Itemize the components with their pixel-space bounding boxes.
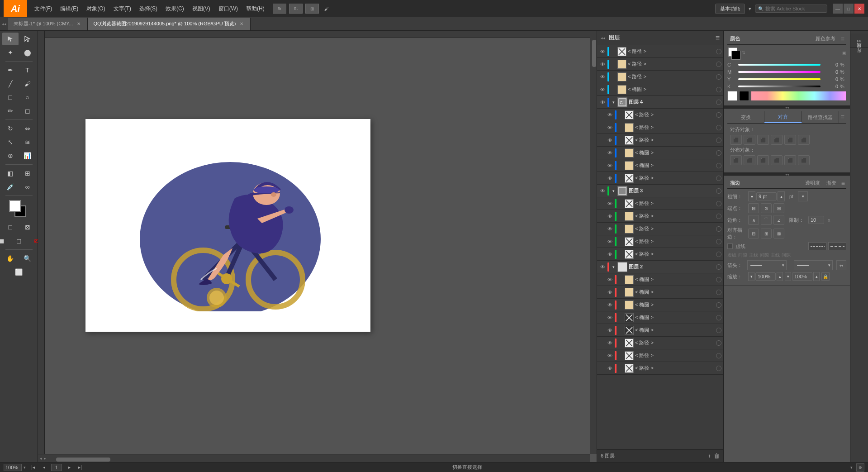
layer-expand-icon[interactable] bbox=[618, 226, 623, 232]
blend-tool[interactable]: ∞ bbox=[19, 181, 36, 193]
layer-circle[interactable] bbox=[716, 176, 721, 181]
tab-screenshot[interactable]: QQ浏览器截图20190929144005.png* @ 100% (RGB/G… bbox=[88, 18, 251, 30]
color-selector[interactable] bbox=[9, 200, 29, 218]
layer-item[interactable]: 👁 < 路径 > bbox=[597, 349, 723, 362]
screen-mode-btn[interactable]: □ bbox=[2, 221, 19, 234]
rotate-tool[interactable]: ↻ bbox=[2, 122, 19, 135]
color-c-slider[interactable] bbox=[738, 64, 821, 66]
layer-eye-icon[interactable]: 👁 bbox=[599, 99, 606, 106]
weight-down-btn[interactable]: ▾ bbox=[748, 191, 755, 201]
layers-panel-menu[interactable]: ≡ bbox=[716, 34, 720, 42]
direct-selection-tool[interactable] bbox=[19, 33, 36, 45]
workspace-btn[interactable]: 基本功能 bbox=[715, 4, 745, 14]
layer-expand-icon[interactable] bbox=[618, 290, 623, 295]
swatch-black[interactable] bbox=[739, 91, 749, 101]
layer-circle[interactable] bbox=[716, 62, 721, 67]
color-k-value[interactable]: 0 bbox=[822, 84, 838, 89]
layer-item[interactable]: 👁 < 路径 > bbox=[597, 362, 723, 375]
gradient-title[interactable]: 渐变 bbox=[824, 178, 839, 188]
menu-effect[interactable]: 效果(C) bbox=[162, 3, 188, 14]
layer-circle[interactable] bbox=[716, 201, 721, 206]
color-k-slider[interactable] bbox=[738, 86, 821, 87]
layer-circle[interactable] bbox=[716, 100, 721, 105]
layer-expand-icon[interactable] bbox=[618, 353, 623, 358]
layer-eye-icon[interactable]: 👁 bbox=[606, 238, 613, 245]
tab-pathfinder[interactable]: 路径查找器 bbox=[802, 111, 839, 123]
layer-item[interactable]: 👁 < 路径 > bbox=[597, 248, 723, 261]
dist-right-btn[interactable]: ⬛ bbox=[757, 155, 769, 165]
nav-prev[interactable]: ◂ bbox=[40, 464, 47, 471]
workspace-grid-btn[interactable]: ⊞ bbox=[305, 4, 319, 14]
layer-circle[interactable] bbox=[716, 87, 721, 92]
mini-panel-attr[interactable]: 属 bbox=[856, 50, 863, 53]
lasso-tool[interactable]: ⬤ bbox=[19, 46, 36, 59]
eraser-tool[interactable]: ◻ bbox=[19, 105, 36, 117]
mini-panel-lib[interactable]: 库 bbox=[856, 55, 863, 59]
color-spectrum-bar[interactable] bbox=[751, 91, 846, 101]
menu-object[interactable]: 对象(O) bbox=[83, 3, 109, 14]
layer-eye-icon[interactable]: 👁 bbox=[606, 365, 613, 372]
dist-center-h-btn[interactable]: ⬛ bbox=[744, 155, 755, 165]
layer-circle[interactable] bbox=[716, 188, 721, 194]
scale-end-input[interactable] bbox=[792, 272, 812, 281]
fill-btn[interactable]: ◼ bbox=[0, 234, 10, 247]
nav-last[interactable]: ▸| bbox=[76, 464, 84, 471]
layer-eye-icon[interactable]: 👁 bbox=[599, 48, 606, 55]
scale-end-down[interactable]: ▾ bbox=[785, 272, 791, 281]
layer-circle[interactable] bbox=[716, 125, 721, 130]
layer-item[interactable]: 👁 < 路径 > bbox=[597, 121, 723, 134]
layer-expand-icon[interactable] bbox=[618, 150, 623, 156]
scale-start-up[interactable]: ▴ bbox=[777, 272, 783, 281]
layer-group-2[interactable]: 👁 ▾ 图层 2 bbox=[597, 261, 723, 273]
magic-wand-tool[interactable]: ✦ bbox=[2, 46, 19, 59]
layer-circle[interactable] bbox=[716, 150, 721, 156]
layer-expand-icon[interactable] bbox=[618, 112, 623, 118]
layer-eye-icon[interactable]: 👁 bbox=[606, 301, 613, 309]
gradient-tool[interactable]: ◧ bbox=[2, 167, 19, 180]
layer-eye-icon[interactable]: 👁 bbox=[606, 251, 613, 258]
layer-expand-icon[interactable] bbox=[611, 62, 616, 67]
menu-view[interactable]: 视图(V) bbox=[189, 3, 214, 14]
layer-circle[interactable] bbox=[716, 112, 721, 118]
layer-expand-icon[interactable] bbox=[618, 328, 623, 333]
search-input[interactable] bbox=[765, 6, 824, 11]
weight-dropdown[interactable]: ▾ bbox=[798, 191, 808, 201]
delete-layer-btn[interactable]: 🗑 bbox=[714, 453, 720, 459]
transparency-title[interactable]: 透明度 bbox=[802, 178, 823, 188]
ellipse-tool[interactable]: ○ bbox=[19, 91, 36, 104]
scale-tool[interactable]: ⤡ bbox=[2, 136, 19, 148]
line-tool[interactable]: ╱ bbox=[2, 77, 19, 90]
edit-mode-btn[interactable]: ⊠ bbox=[19, 221, 36, 234]
vertical-scroll-thumb[interactable] bbox=[592, 40, 596, 67]
swatch-white[interactable] bbox=[727, 91, 737, 101]
layer-eye-icon[interactable]: 👁 bbox=[606, 124, 613, 131]
stroke-panel-menu[interactable]: ≡ bbox=[840, 178, 846, 188]
dash-style-2[interactable] bbox=[828, 242, 846, 250]
nav-next[interactable]: ▸ bbox=[66, 464, 73, 471]
mini-expand-icon[interactable]: ▸▸ bbox=[857, 38, 862, 43]
corner-miter-btn[interactable]: ∧ bbox=[748, 215, 759, 225]
color-c-value[interactable]: 0 bbox=[822, 62, 838, 67]
layer-eye-icon[interactable]: 👁 bbox=[606, 276, 613, 283]
layer-expand-icon[interactable] bbox=[618, 163, 623, 168]
horizontal-scroll-thumb[interactable] bbox=[56, 458, 110, 462]
color-m-slider[interactable] bbox=[738, 71, 821, 73]
layer-group-3[interactable]: 👁 ▾ 图层 3 bbox=[597, 185, 723, 197]
scale-start-down[interactable]: ▾ bbox=[748, 272, 754, 281]
layer-item[interactable]: 👁 < 路径 > bbox=[597, 58, 723, 71]
zoom-input[interactable] bbox=[4, 464, 22, 471]
align-left-btn[interactable]: ⬛ bbox=[730, 135, 742, 145]
tab-untitled[interactable]: 未标题-1* @ 100% (CMY... ✕ bbox=[8, 18, 88, 30]
align-right-btn[interactable]: ⬛ bbox=[757, 135, 769, 145]
minimize-btn[interactable]: — bbox=[833, 4, 843, 14]
layer-circle[interactable] bbox=[716, 328, 721, 333]
selection-tool[interactable] bbox=[2, 33, 19, 45]
align-panel-menu[interactable]: ≡ bbox=[839, 111, 846, 123]
layer-eye-icon[interactable]: 👁 bbox=[606, 111, 613, 119]
layer-item[interactable]: 👁 < 路径 > bbox=[597, 337, 723, 349]
layer-circle[interactable] bbox=[716, 366, 721, 371]
layer-item[interactable]: 👁 < 椭圆 > bbox=[597, 159, 723, 172]
hand-tool[interactable]: ✋ bbox=[2, 252, 19, 265]
foreground-color[interactable] bbox=[9, 200, 21, 212]
tab-transform[interactable]: 变换 bbox=[727, 111, 764, 123]
